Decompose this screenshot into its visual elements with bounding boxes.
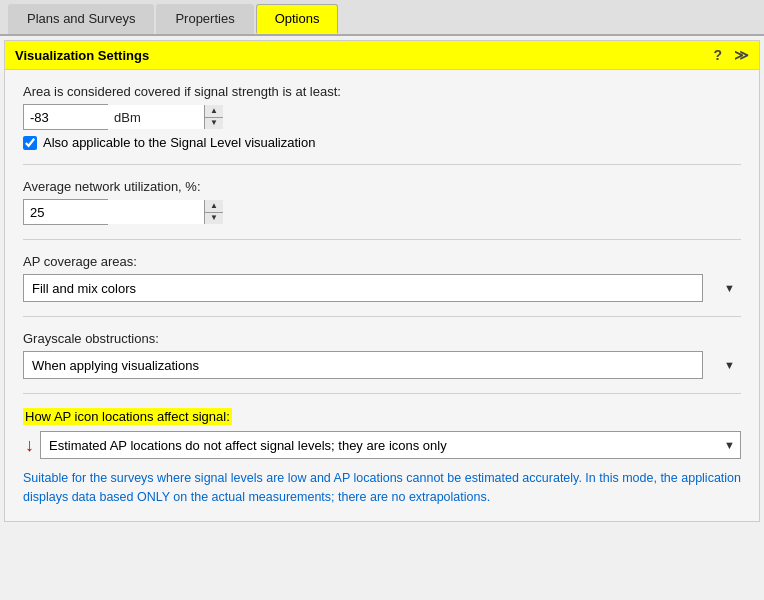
grayscale-dropdown-wrapper: When applying visualizations Always Neve… bbox=[23, 351, 741, 379]
ap-icon-dropdown-wrapper: Estimated AP locations do not affect sig… bbox=[40, 431, 741, 459]
red-arrow-icon: ↓ bbox=[25, 435, 34, 456]
section-header: Visualization Settings ? ≫ bbox=[5, 41, 759, 70]
signal-strength-spinner: ▲ ▼ bbox=[23, 104, 108, 130]
ap-coverage-group: AP coverage areas: Fill and mix colors F… bbox=[23, 254, 741, 302]
signal-strength-group: Area is considered covered if signal str… bbox=[23, 84, 741, 150]
network-utilization-spinner: ▲ ▼ bbox=[23, 199, 108, 225]
tab-properties[interactable]: Properties bbox=[156, 4, 253, 34]
spinner-buttons: ▲ ▼ bbox=[204, 105, 223, 129]
section-header-actions: ? ≫ bbox=[713, 47, 749, 63]
utilization-spinner-up-button[interactable]: ▲ bbox=[205, 200, 223, 212]
signal-level-checkbox[interactable] bbox=[23, 136, 37, 150]
ap-icon-select[interactable]: Estimated AP locations do not affect sig… bbox=[40, 431, 741, 459]
grayscale-group: Grayscale obstructions: When applying vi… bbox=[23, 331, 741, 379]
spinner-up-button[interactable]: ▲ bbox=[205, 105, 223, 117]
tab-plans-surveys[interactable]: Plans and Surveys bbox=[8, 4, 154, 34]
network-utilization-group: Average network utilization, %: ▲ ▼ bbox=[23, 179, 741, 225]
tab-bar: Plans and Surveys Properties Options bbox=[0, 0, 764, 36]
ap-icon-info-text: Suitable for the surveys where signal le… bbox=[23, 469, 741, 507]
ap-coverage-select[interactable]: Fill and mix colors Fill and separate co… bbox=[23, 274, 703, 302]
collapse-icon[interactable]: ≫ bbox=[734, 47, 749, 63]
utilization-spinner-down-button[interactable]: ▼ bbox=[205, 212, 223, 225]
network-utilization-input[interactable] bbox=[24, 200, 204, 224]
ap-icon-section: How AP icon locations affect signal: ↓ E… bbox=[23, 408, 741, 507]
ap-coverage-label: AP coverage areas: bbox=[23, 254, 741, 269]
divider-4 bbox=[23, 393, 741, 394]
ap-coverage-dropdown-arrow: ▼ bbox=[724, 282, 735, 294]
grayscale-dropdown-arrow: ▼ bbox=[724, 359, 735, 371]
signal-unit-label: dBm bbox=[114, 110, 141, 125]
divider-1 bbox=[23, 164, 741, 165]
content-body: Area is considered covered if signal str… bbox=[5, 70, 759, 521]
grayscale-select[interactable]: When applying visualizations Always Neve… bbox=[23, 351, 703, 379]
signal-level-checkbox-label: Also applicable to the Signal Level visu… bbox=[43, 135, 315, 150]
section-title: Visualization Settings bbox=[15, 48, 149, 63]
help-icon[interactable]: ? bbox=[713, 47, 722, 63]
signal-level-checkbox-row: Also applicable to the Signal Level visu… bbox=[23, 135, 741, 150]
spinner-down-button[interactable]: ▼ bbox=[205, 117, 223, 130]
grayscale-label: Grayscale obstructions: bbox=[23, 331, 741, 346]
tab-options[interactable]: Options bbox=[256, 4, 339, 34]
ap-coverage-dropdown-wrapper: Fill and mix colors Fill and separate co… bbox=[23, 274, 741, 302]
signal-strength-label: Area is considered covered if signal str… bbox=[23, 84, 741, 99]
ap-icon-dropdown-row: ↓ Estimated AP locations do not affect s… bbox=[23, 431, 741, 459]
ap-icon-header-row: How AP icon locations affect signal: bbox=[23, 408, 741, 425]
utilization-spinner-buttons: ▲ ▼ bbox=[204, 200, 223, 224]
content-area: Visualization Settings ? ≫ Area is consi… bbox=[4, 40, 760, 522]
ap-icon-label: How AP icon locations affect signal: bbox=[23, 408, 232, 425]
divider-3 bbox=[23, 316, 741, 317]
divider-2 bbox=[23, 239, 741, 240]
network-utilization-label: Average network utilization, %: bbox=[23, 179, 741, 194]
signal-strength-row: ▲ ▼ dBm bbox=[23, 104, 741, 130]
network-utilization-row: ▲ ▼ bbox=[23, 199, 741, 225]
